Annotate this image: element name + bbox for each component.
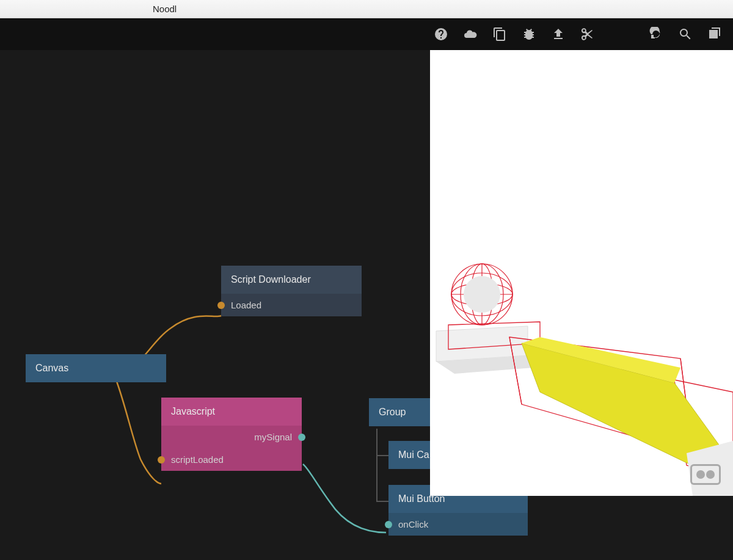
port-scriptloaded[interactable]: scriptLoaded xyxy=(161,448,302,471)
svg-point-7 xyxy=(464,276,500,313)
upload-icon[interactable] xyxy=(551,27,566,42)
top-toolbar xyxy=(0,18,733,50)
cloud-icon[interactable] xyxy=(463,27,478,42)
node-script-downloader[interactable]: Script Downloader Loaded xyxy=(221,266,362,316)
help-icon[interactable] xyxy=(434,27,448,42)
port-loaded[interactable]: Loaded xyxy=(221,294,362,316)
preview-3d-scene xyxy=(430,50,733,496)
node-title: Script Downloader xyxy=(221,266,362,294)
port-dot-icon xyxy=(158,456,165,464)
refresh-icon[interactable] xyxy=(649,27,663,42)
cut-icon[interactable] xyxy=(580,27,595,42)
window-titlebar: Noodl xyxy=(0,0,733,18)
app-title: Noodl xyxy=(153,4,177,14)
port-onclick[interactable]: onClick xyxy=(388,513,528,536)
port-mysignal[interactable]: mySignal xyxy=(161,426,302,448)
node-javascript[interactable]: Javascript mySignal scriptLoaded xyxy=(161,398,302,471)
vr-toggle-icon[interactable] xyxy=(690,464,721,485)
svg-marker-8 xyxy=(436,326,528,362)
preview-panel[interactable] xyxy=(430,50,733,496)
bug-icon[interactable] xyxy=(522,27,536,42)
node-canvas[interactable]: Canvas xyxy=(26,354,166,382)
port-dot-icon xyxy=(298,434,305,441)
port-dot-icon xyxy=(217,302,225,309)
workspace: Canvas Script Downloader Loaded Javascri… xyxy=(0,50,733,560)
duplicate-icon[interactable] xyxy=(707,27,722,42)
copy-icon[interactable] xyxy=(492,27,507,42)
port-dot-icon xyxy=(385,521,392,528)
search-icon[interactable] xyxy=(678,27,693,42)
node-title: Javascript xyxy=(161,398,302,426)
node-title: Canvas xyxy=(26,354,166,382)
tree-line-icon xyxy=(376,429,390,502)
